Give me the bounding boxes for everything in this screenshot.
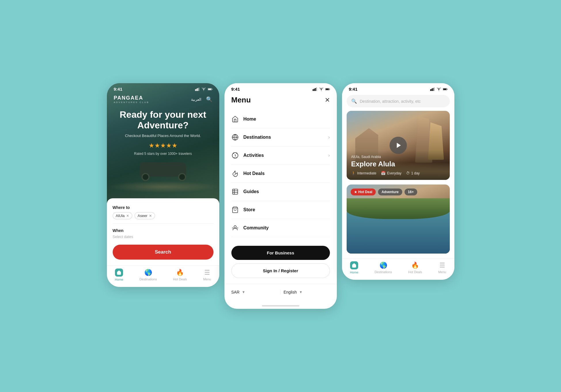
nav-destinations-label-3: Destinations <box>375 270 392 274</box>
card-location: AlUla, Saudi Arabia <box>351 155 445 159</box>
guides-menu-label: Guides <box>243 189 259 194</box>
nav-destinations[interactable]: 🌎 Destinations <box>139 269 157 281</box>
calendar-icon: 📅 <box>381 171 386 175</box>
where-label: Where to <box>113 205 214 210</box>
hot-deals-icon-3: 🔥 <box>411 262 419 269</box>
hero-top-bar: PANGAEA ADVENTURES CLUB العربية 🔍 <box>107 93 219 104</box>
currency-label: SAR <box>231 290 240 294</box>
nav-destinations-3[interactable]: 🌎 Destinations <box>375 262 392 274</box>
meta-duration: ⏱ 1 day <box>406 171 420 175</box>
store-menu-label: Store <box>243 207 255 212</box>
hot-deals-menu-icon <box>231 170 239 177</box>
search-input-container[interactable]: 🔍 Destination, attraction, activity, etc <box>347 95 450 107</box>
search-button[interactable]: Search <box>113 245 214 260</box>
stars: ★★★★★ <box>114 142 212 149</box>
menu-item-community[interactable]: Community <box>231 219 330 237</box>
svg-rect-3 <box>199 87 199 91</box>
menu-item-hot-deals[interactable]: Hot Deals <box>231 165 330 183</box>
svg-rect-10 <box>316 87 317 91</box>
sign-in-button[interactable]: Sign In / Register <box>231 263 330 278</box>
store-menu-icon <box>231 206 239 214</box>
menu-icon-3: ☰ <box>439 262 445 269</box>
card-second[interactable]: ★ Hot Deal Adventure 16+ <box>347 184 450 254</box>
guides-menu-icon <box>231 188 239 195</box>
bottom-nav-3: Home 🌎 Destinations 🔥 Hot Deals ☰ Menu <box>342 258 454 280</box>
logo-text: PANGAEA <box>114 95 143 101</box>
menu-actions: For Business Sign In / Register <box>224 237 337 284</box>
play-button[interactable] <box>390 137 407 154</box>
nav-hot-deals-label-3: Hot Deals <box>408 270 422 274</box>
hot-deals-icon: 🔥 <box>176 269 184 276</box>
svg-rect-30 <box>447 89 447 90</box>
age-badge: 16+ <box>405 189 417 195</box>
currency-selector[interactable]: SAR ▼ <box>231 290 278 294</box>
status-icons-2 <box>313 87 330 91</box>
home-menu-icon <box>231 115 239 123</box>
svg-rect-12 <box>326 89 329 90</box>
battery-icon-3 <box>443 87 447 91</box>
bottom-handle <box>224 300 337 309</box>
svg-marker-31 <box>397 143 401 148</box>
menu-item-activities[interactable]: Activities › <box>231 146 330 165</box>
logo-sub: ADVENTURES CLUB <box>114 101 149 104</box>
nav-hot-deals-3[interactable]: 🔥 Hot Deals <box>408 262 422 274</box>
level-text: Intermediate <box>357 171 377 175</box>
wifi-icon-3 <box>437 87 441 91</box>
status-bar: 9:41 <box>107 83 219 93</box>
status-time-2: 9:41 <box>231 87 240 92</box>
for-business-button[interactable]: For Business <box>231 246 330 260</box>
activities-menu-label: Activities <box>243 153 264 158</box>
svg-rect-27 <box>434 87 435 91</box>
nav-home[interactable]: Home <box>115 269 123 281</box>
wifi-icon <box>201 87 206 91</box>
tag-aseer[interactable]: Aseer ✕ <box>135 212 155 219</box>
nav-home-label: Home <box>115 278 123 281</box>
menu-item-community-left: Community <box>231 224 269 232</box>
status-icons <box>195 87 212 91</box>
menu-item-home[interactable]: Home <box>231 110 330 128</box>
nav-menu-3[interactable]: ☰ Menu <box>438 262 446 274</box>
search-bar-top: 🔍 Destination, attraction, activity, etc <box>342 93 454 111</box>
svg-rect-7 <box>313 89 313 91</box>
menu-item-store-left: Store <box>231 206 255 214</box>
bottom-nav: Home 🌎 Destinations 🔥 Hot Deals ☰ Menu <box>107 265 219 287</box>
svg-rect-29 <box>443 89 446 90</box>
nav-destinations-label: Destinations <box>139 277 157 281</box>
menu-item-destinations[interactable]: Destinations › <box>231 128 330 146</box>
menu-item-guides[interactable]: Guides <box>231 183 330 201</box>
phone-menu: 9:41 Menu ✕ Home <box>224 83 337 309</box>
svg-rect-16 <box>233 189 238 194</box>
svg-rect-0 <box>195 89 196 91</box>
tag-alula[interactable]: AlUla ✕ <box>113 212 132 219</box>
menu-item-hot-deals-left: Hot Deals <box>231 170 265 177</box>
tag-aseer-remove[interactable]: ✕ <box>149 214 152 218</box>
menu-item-activities-left: Activities <box>231 152 264 159</box>
svg-rect-9 <box>315 88 316 91</box>
hero-dust <box>107 181 219 193</box>
card-alula[interactable]: AlUla, Saudi Arabia Explore Alula 🚶 Inte… <box>347 111 450 180</box>
battery-icon <box>208 87 212 91</box>
top-bar-right: العربية 🔍 <box>191 96 212 102</box>
language-selector[interactable]: English ▼ <box>284 290 330 294</box>
close-button[interactable]: ✕ <box>325 96 330 104</box>
hot-deal-badge: ★ Hot Deal <box>351 189 376 195</box>
svg-rect-6 <box>212 89 212 90</box>
activities-chevron: › <box>328 153 330 158</box>
level-icon: 🚶 <box>351 171 356 175</box>
search-icon-top[interactable]: 🔍 <box>206 96 212 102</box>
nav-menu-label: Menu <box>203 277 211 281</box>
card-alula-info: AlUla, Saudi Arabia Explore Alula 🚶 Inte… <box>347 150 450 180</box>
nav-menu[interactable]: ☰ Menu <box>203 269 211 281</box>
nav-home-3[interactable]: Home <box>350 261 358 274</box>
tag-alula-remove[interactable]: ✕ <box>126 214 129 218</box>
arabic-label: العربية <box>191 97 201 102</box>
schedule-text: Everyday <box>387 171 401 175</box>
when-label: When <box>113 228 214 233</box>
destinations-icon-3: 🌎 <box>379 262 387 269</box>
battery-icon-2 <box>325 87 330 91</box>
menu-item-store[interactable]: Store <box>231 201 330 219</box>
home-svg-3 <box>352 263 357 268</box>
status-time: 9:41 <box>114 87 122 92</box>
home-menu-label: Home <box>243 117 256 122</box>
nav-hot-deals[interactable]: 🔥 Hot Deals <box>173 269 187 281</box>
